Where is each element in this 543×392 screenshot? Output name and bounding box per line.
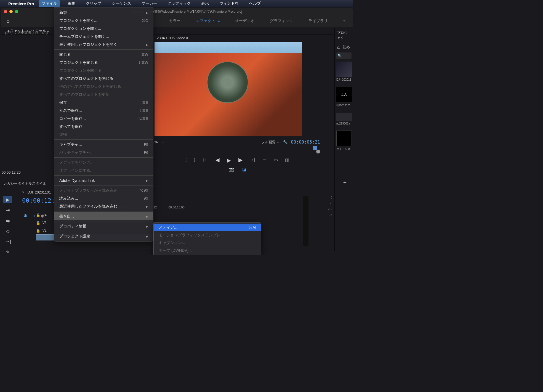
workspace-library[interactable]: ライブラリ [306, 17, 330, 25]
file-menu-item[interactable]: コピーを保存...⌥⌘S [54, 115, 153, 123]
workspace-audio[interactable]: オーディオ [233, 17, 257, 25]
playhead-marker-icon[interactable] [313, 146, 317, 150]
file-menu-item[interactable]: プロジェクトを開く...⌘O [54, 17, 153, 25]
export-submenu-item[interactable]: メディア...⌘M [154, 224, 261, 231]
file-menu-item[interactable]: Adobe Dynamic Link▸ [54, 176, 153, 184]
menu-sequence[interactable]: シーケンス [109, 0, 134, 7]
snap-icon[interactable]: ✱ [24, 213, 27, 218]
project-search[interactable]: 🔍 [336, 52, 352, 59]
comparison-view-icon[interactable]: ◪ [242, 167, 246, 172]
menu-item-label: メディアをリンク... [59, 160, 94, 165]
project-item[interactable]: タイトル 0 [335, 131, 353, 154]
wrench-settings-icon[interactable]: 🔧 [283, 140, 288, 144]
project-thumb: こん [336, 87, 352, 102]
go-to-in-icon[interactable]: |← [203, 157, 208, 163]
ripple-edit-tool-icon[interactable]: ⇆ [3, 217, 12, 224]
lock-icon[interactable]: 🔒 [36, 229, 40, 233]
menu-item-label: プロジェクトを閉じる [59, 60, 98, 65]
maximize-window-icon[interactable] [15, 10, 18, 13]
menu-window[interactable]: ウィンドウ [217, 0, 241, 7]
export-submenu: メディア...⌘Mモーショングラフィックステンプレート...キャプション...テ… [153, 222, 261, 255]
menu-graphics[interactable]: グラフィック [165, 0, 193, 7]
file-menu-item: 復帰 [54, 131, 153, 139]
project-item[interactable]: DJI_202011 [335, 62, 353, 84]
file-menu-item[interactable]: プロジェクトを閉じる⇧⌘W [54, 59, 153, 67]
file-menu-item[interactable]: キャプチャ...F5 [54, 141, 153, 149]
project-folder-row[interactable]: 🗀 初め [335, 43, 353, 51]
file-menu-item[interactable]: 新規▸ [54, 9, 153, 17]
program-monitor-tab[interactable]: 23040_006_video ≡ [155, 36, 191, 42]
zoom-dropdown-icon[interactable]: ⌄ [161, 140, 164, 144]
workspace-graphics[interactable]: グラフィック [268, 17, 295, 25]
step-forward-icon[interactable]: |▶ [238, 157, 243, 163]
file-menu-item[interactable]: 書き出し▸ [54, 212, 153, 220]
export-frame-icon[interactable]: ▥ [285, 157, 289, 163]
file-menu-item[interactable]: 別名で保存...⇧⌘S [54, 107, 153, 115]
scrubber-end-handle[interactable] [316, 150, 320, 153]
project-item[interactable]: nc219002.r [335, 113, 353, 128]
close-window-icon[interactable] [4, 10, 7, 13]
home-icon[interactable]: ⌂ [7, 18, 10, 24]
file-menu-item[interactable]: すべてのプロジェクトを閉じる [54, 75, 153, 83]
file-menu-item[interactable]: 最近使用したファイルを読み込む▸ [54, 202, 153, 210]
snapshot-icon[interactable]: 📷 [228, 167, 234, 172]
lift-icon[interactable]: ▭ [262, 157, 267, 163]
menu-file[interactable]: ファイル [39, 0, 60, 7]
track-select-tool-icon[interactable]: ⇥ [3, 206, 12, 214]
mark-out-icon[interactable]: } [194, 157, 195, 163]
project-panel-tab[interactable]: プロジェク [335, 28, 353, 43]
submenu-shortcut: ⌘M [249, 225, 256, 230]
menu-separator [54, 157, 153, 158]
mark-in-icon[interactable]: { [185, 157, 187, 163]
file-menu-item[interactable]: プロパティ情報▸ [54, 222, 153, 230]
menu-view[interactable]: 表示 [198, 0, 212, 7]
file-menu-item[interactable]: 閉じる⌘W [54, 51, 153, 59]
add-button-icon[interactable]: ＋ [342, 179, 348, 186]
program-scrubber[interactable] [155, 147, 320, 153]
workspace-effects[interactable]: エフェクト ≡ [194, 17, 222, 25]
file-menu-item[interactable]: 最近使用したプロジェクトを開く▸ [54, 41, 153, 49]
file-menu-item[interactable]: すべてを保存 [54, 123, 153, 131]
pen-tool-icon[interactable]: ✎ [3, 248, 12, 255]
lock-icon[interactable]: 🔒 [36, 221, 40, 225]
file-menu-item: メディアをリンク... [54, 158, 153, 166]
workspace-menu-icon[interactable]: ≡ [216, 18, 220, 23]
workspace-overflow-icon[interactable]: » [341, 18, 348, 24]
extract-icon[interactable]: ▭ [274, 157, 278, 163]
file-menu-item[interactable]: 読み込み...⌘I [54, 194, 153, 202]
program-preview[interactable] [155, 42, 302, 136]
submenu-item-label: キャプション... [159, 240, 185, 245]
sequence-name[interactable]: DJI_20201101_ [28, 190, 53, 194]
razor-tool-icon[interactable]: ◇ [3, 227, 12, 235]
track-label[interactable]: V2 [42, 229, 51, 232]
file-menu-item[interactable]: 保存⌘S [54, 99, 153, 107]
quality-dropdown[interactable]: フル画質 ⌄ [261, 140, 280, 145]
zoom-percent[interactable]: % [155, 140, 158, 144]
file-menu-item[interactable]: チームプロジェクトを開く... [54, 33, 153, 41]
step-back-icon[interactable]: ◀| [215, 157, 220, 163]
legacy-title-styles-panel-tab[interactable]: レガシータイトルスタイル [3, 181, 46, 186]
go-to-out-icon[interactable]: →| [250, 157, 255, 163]
workspace-color[interactable]: カラー [167, 17, 183, 25]
menu-help[interactable]: ヘルプ [246, 0, 263, 7]
selection-tool-icon[interactable]: ▶ [3, 196, 12, 203]
source-timecode: 00:00:12:20 [2, 170, 21, 174]
menu-item-label: プロダクションを閉じる [59, 68, 102, 73]
slip-tool-icon[interactable]: |↔| [3, 238, 12, 245]
close-sequence-icon[interactable]: × [22, 190, 24, 194]
project-item[interactable]: こん 初めてのタ [335, 87, 353, 110]
file-menu-item[interactable]: プロダクションを開く... [54, 25, 153, 33]
menu-separator [54, 221, 153, 221]
marker-icon[interactable]: ◆ [41, 213, 44, 218]
chevron-right-icon: ▸ [146, 214, 148, 219]
track-label[interactable]: V3 [42, 221, 51, 225]
linked-selection-icon[interactable]: ∩ [32, 213, 36, 218]
menu-edit[interactable]: 編集 [65, 0, 78, 7]
menu-clip[interactable]: クリップ [83, 0, 104, 7]
program-timecode[interactable]: 00:00:05:21 [291, 139, 320, 145]
file-menu-item[interactable]: プロジェクト設定▸ [54, 232, 153, 240]
minimize-window-icon[interactable] [9, 10, 13, 13]
menu-marker[interactable]: マーカー [139, 0, 160, 7]
meter-tick: -18 [328, 213, 332, 216]
play-icon[interactable]: ▶ [227, 157, 231, 163]
